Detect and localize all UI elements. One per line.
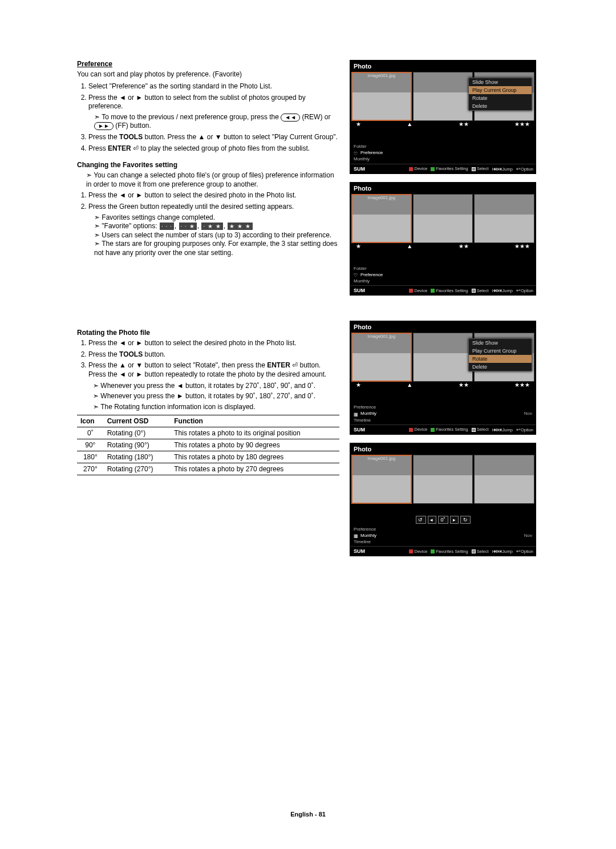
footer-legend: SUM Device Favorites Setting Select ⏮⏭Ju… (350, 285, 536, 295)
thumbnail[interactable] (413, 72, 473, 121)
sort-timeline[interactable]: Timeline (354, 417, 532, 423)
th-osd: Current OSD (104, 415, 171, 427)
step-1: Select "Preference" as the sorting stand… (88, 82, 339, 91)
footer-legend: SUM Device Favorites Setting Select ⏮⏭Ju… (350, 546, 536, 556)
menu-slideshow[interactable]: Slide Show (469, 78, 532, 86)
rotating-heading: Rotating the Photo file (77, 329, 339, 337)
rotate-ccw-icon[interactable]: ↺ (415, 516, 425, 524)
fav-opt-1: · · ★ (179, 223, 197, 230)
th-fn: Function (171, 415, 339, 427)
step-2-note: To move to the previous / next preferenc… (94, 113, 339, 131)
rot-note-3: The Rotating function information icon i… (93, 403, 339, 412)
jump-icon: ⏮⏭ (492, 166, 502, 172)
sort-preference[interactable]: Preference (354, 404, 532, 410)
table-row: 90° Rotating (90°) This rotates a photo … (77, 439, 339, 451)
screenshot-rotate-menu: Photo Image001.jpg Slide Show Play Curre… (350, 321, 536, 435)
fav-note-1: Favorites settings change completed. (94, 213, 339, 223)
thumbnail[interactable] (474, 194, 534, 243)
table-row: 180° Rotating (180°) This rotates a phot… (77, 451, 339, 463)
footer-legend: SUM Device Favorites Setting Select ⏮⏭Ju… (350, 424, 536, 434)
step-2: Press the ◄ or ► button to select from t… (88, 94, 339, 131)
menu-delete[interactable]: Delete (469, 102, 532, 110)
fav-note-4: The stars are for grouping purposes only… (94, 240, 339, 257)
fav-opt-3: ★ ★ ★ (228, 223, 253, 230)
preference-heading: Preference (77, 60, 339, 68)
thumbnail[interactable]: Image001.jpg (351, 72, 412, 121)
menu-play-current-group[interactable]: Play Current Group (469, 347, 532, 355)
sort-preference[interactable]: ♡Preference (354, 149, 532, 156)
menu-slideshow[interactable]: Slide Show (469, 339, 532, 347)
rotating-notes: Whenever you press the ◄ button, it rota… (77, 382, 339, 412)
rew-key-icon: ◄◄ (281, 114, 300, 122)
screenshot-preference-stars: Photo Image001.jpg ★▲★★★★★ Folder ♡Prefe… (350, 182, 536, 296)
rotate-cw-icon[interactable]: ↻ (460, 516, 471, 524)
rot-step-2: Press the TOOLS button. (88, 350, 339, 359)
thumbnail[interactable]: Image001.jpg (351, 333, 412, 382)
left-icon: ◄ (119, 370, 126, 378)
thumbnail[interactable] (474, 455, 534, 504)
screenshot-rotate-osd: Photo Image001.jpg ↺ ◂ 0˚ ▸ ↻ (350, 443, 536, 557)
rot-step-3: Press the ▲ or ▼ button to select "Rotat… (88, 361, 339, 379)
fav-opt-2: · ★ ★ (201, 223, 222, 230)
step-3: Press the TOOLS button. Press the ▲ or ▼… (88, 133, 339, 142)
footer-legend: SUM Device Favorites Setting Select ⏮⏭Ju… (350, 164, 536, 173)
sort-timeline[interactable]: Timeline (354, 539, 532, 545)
rotate-osd-bar: ↺ ◂ 0˚ ▸ ↻ (415, 516, 470, 524)
preference-intro: You can sort and play photos by preferen… (77, 70, 339, 79)
fav-note-2: "Favorite" options: · · ·, · · ★, · ★ ★,… (94, 222, 339, 231)
down-icon: ▼ (215, 133, 222, 141)
left-icon: ◄ (177, 382, 184, 390)
menu-rotate[interactable]: Rotate (469, 94, 532, 102)
fav-opt-0: · · · (160, 223, 174, 230)
right-icon: ► (136, 339, 143, 347)
preference-steps: Select "Preference" as the sorting stand… (77, 82, 339, 153)
sort-monthly[interactable]: Monthly (354, 278, 532, 284)
sort-folder[interactable]: Folder (354, 265, 532, 272)
sort-preference[interactable]: ♡Preference (354, 272, 532, 278)
rotating-steps: Press the ◄ or ► button to select the de… (77, 339, 339, 379)
rot-step-1: Press the ◄ or ► button to select the de… (88, 339, 339, 348)
menu-play-current-group[interactable]: Play Current Group (469, 86, 532, 94)
left-icon: ◄ (119, 94, 126, 102)
sort-monthly[interactable]: Monthly (354, 156, 532, 162)
sort-preference[interactable]: Preference (354, 526, 532, 532)
heart-icon: ♡ (354, 272, 358, 277)
menu-rotate[interactable]: Rotate (469, 355, 532, 363)
rotate-left-icon[interactable]: ◂ (427, 516, 436, 524)
favorites-heading: Changing the Favorites setting (77, 161, 339, 169)
right-icon: ► (177, 392, 184, 400)
sort-monthly[interactable]: ▦MonthlyNov (354, 532, 532, 539)
enter-icon: ⏎ (133, 144, 139, 152)
rot-note-2: Whenever you press the ► button, it rota… (93, 392, 339, 401)
left-icon: ◄ (119, 191, 126, 199)
thumbnail[interactable] (413, 455, 473, 504)
menu-delete[interactable]: Delete (469, 363, 532, 371)
thumbnail[interactable] (413, 333, 473, 382)
fav-note-3: Users can select the number of stars (up… (94, 231, 339, 240)
thumbnail[interactable]: Image001.jpg (351, 194, 412, 243)
left-icon: ◄ (119, 339, 126, 347)
thumbnail[interactable]: Image001.jpg (351, 455, 412, 504)
sort-monthly[interactable]: ▦MonthlyNov (354, 410, 532, 417)
rotation-table: Icon Current OSD Function 0˚ Rotating (0… (77, 415, 339, 475)
calendar-icon: ▦ (354, 411, 358, 416)
enter-icon: ⏎ (292, 361, 298, 369)
right-icon: ► (136, 94, 143, 102)
sort-folder[interactable]: Folder (354, 143, 532, 149)
table-row: 0˚ Rotating (0°) This rotates a photo to… (77, 427, 339, 439)
down-icon: ▼ (136, 361, 143, 369)
context-menu: Slide Show Play Current Group Rotate Del… (468, 78, 532, 111)
fav-step-1: Press the ◄ or ► button to select the de… (88, 191, 339, 200)
heart-icon: ♡ (354, 151, 358, 155)
page-footer: English - 81 (0, 811, 616, 818)
rotate-right-icon[interactable]: ▸ (450, 516, 459, 524)
rotate-value: 0˚ (437, 516, 448, 524)
table-row: 270° Rotating (270°) This rotates a phot… (77, 463, 339, 475)
thumbnail[interactable] (413, 194, 473, 243)
screenshot-preference-menu: Photo Image001.jpg Slide Show Play Curre… (350, 60, 536, 174)
ff-key-icon: ►► (94, 122, 114, 130)
step-4: Press ENTER ⏎ to play the selected group… (88, 144, 339, 153)
th-icon: Icon (77, 415, 104, 427)
right-icon: ► (136, 370, 143, 378)
shot-title: Photo (350, 60, 536, 71)
